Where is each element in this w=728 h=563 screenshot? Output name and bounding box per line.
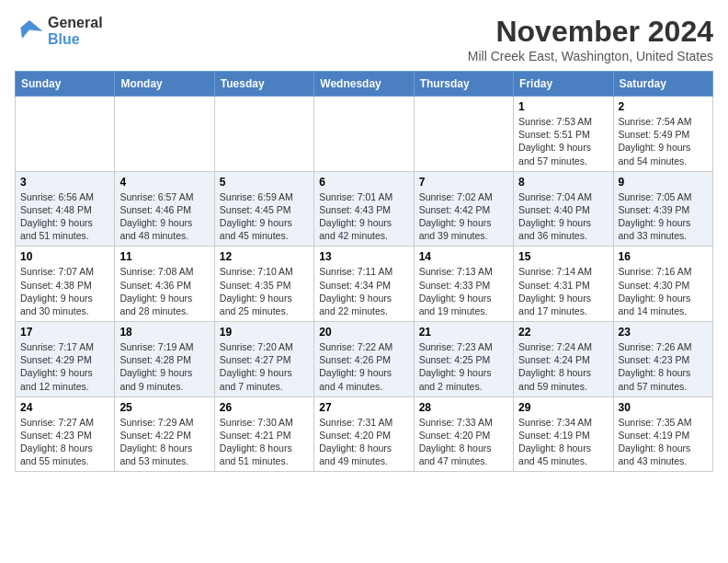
day-info: Sunrise: 7:02 AM Sunset: 4:42 PM Dayligh… <box>419 190 508 243</box>
calendar-week-row: 3Sunrise: 6:56 AM Sunset: 4:48 PM Daylig… <box>16 171 713 247</box>
day-info: Sunrise: 7:04 AM Sunset: 4:40 PM Dayligh… <box>518 190 608 243</box>
day-number: 23 <box>619 326 708 339</box>
calendar-cell: 28Sunrise: 7:33 AM Sunset: 4:20 PM Dayli… <box>414 396 513 472</box>
calendar-cell: 3Sunrise: 6:56 AM Sunset: 4:48 PM Daylig… <box>16 171 115 247</box>
day-number: 7 <box>419 176 508 189</box>
calendar-header-row: SundayMondayTuesdayWednesdayThursdayFrid… <box>16 72 713 97</box>
day-number: 5 <box>220 176 309 189</box>
calendar-cell: 13Sunrise: 7:11 AM Sunset: 4:34 PM Dayli… <box>314 247 414 322</box>
header: General Blue November 2024 Mill Creek Ea… <box>15 15 713 63</box>
day-info: Sunrise: 7:35 AM Sunset: 4:19 PM Dayligh… <box>619 416 708 468</box>
calendar-cell: 5Sunrise: 6:59 AM Sunset: 4:45 PM Daylig… <box>214 171 313 247</box>
day-number: 15 <box>518 250 608 263</box>
calendar-week-row: 1Sunrise: 7:53 AM Sunset: 5:51 PM Daylig… <box>16 97 713 172</box>
calendar-cell: 26Sunrise: 7:30 AM Sunset: 4:21 PM Dayli… <box>214 396 313 472</box>
day-number: 2 <box>619 100 708 113</box>
day-number: 4 <box>119 176 209 189</box>
day-info: Sunrise: 7:08 AM Sunset: 4:36 PM Dayligh… <box>119 265 209 317</box>
day-info: Sunrise: 7:19 AM Sunset: 4:28 PM Dayligh… <box>119 340 209 393</box>
day-info: Sunrise: 7:33 AM Sunset: 4:20 PM Dayligh… <box>419 416 508 468</box>
day-number: 20 <box>319 326 408 339</box>
day-info: Sunrise: 7:07 AM Sunset: 4:38 PM Dayligh… <box>20 265 109 317</box>
calendar-cell: 16Sunrise: 7:16 AM Sunset: 4:30 PM Dayli… <box>613 247 712 322</box>
day-info: Sunrise: 7:27 AM Sunset: 4:23 PM Dayligh… <box>20 416 109 468</box>
calendar-cell: 7Sunrise: 7:02 AM Sunset: 4:42 PM Daylig… <box>414 171 513 247</box>
weekday-header: Thursday <box>414 72 513 97</box>
day-number: 22 <box>518 326 608 339</box>
calendar-cell: 10Sunrise: 7:07 AM Sunset: 4:38 PM Dayli… <box>16 247 115 322</box>
day-info: Sunrise: 7:30 AM Sunset: 4:21 PM Dayligh… <box>220 416 309 468</box>
location-title: Mill Creek East, Washington, United Stat… <box>468 49 713 63</box>
day-number: 10 <box>20 250 109 263</box>
calendar-cell: 18Sunrise: 7:19 AM Sunset: 4:28 PM Dayli… <box>115 322 214 397</box>
day-number: 24 <box>20 401 109 414</box>
day-info: Sunrise: 7:10 AM Sunset: 4:35 PM Dayligh… <box>220 265 309 317</box>
day-info: Sunrise: 7:20 AM Sunset: 4:27 PM Dayligh… <box>220 340 309 393</box>
day-info: Sunrise: 7:16 AM Sunset: 4:30 PM Dayligh… <box>619 265 708 317</box>
weekday-header: Monday <box>115 72 214 97</box>
logo: General Blue <box>15 15 103 48</box>
day-info: Sunrise: 7:29 AM Sunset: 4:22 PM Dayligh… <box>119 416 209 468</box>
calendar-cell: 15Sunrise: 7:14 AM Sunset: 4:31 PM Dayli… <box>514 247 613 322</box>
month-title: November 2024 <box>468 15 713 49</box>
calendar-cell: 14Sunrise: 7:13 AM Sunset: 4:33 PM Dayli… <box>414 247 513 322</box>
day-number: 21 <box>419 326 508 339</box>
day-info: Sunrise: 7:34 AM Sunset: 4:19 PM Dayligh… <box>518 416 608 468</box>
day-info: Sunrise: 7:11 AM Sunset: 4:34 PM Dayligh… <box>319 265 408 317</box>
day-number: 8 <box>518 176 608 189</box>
calendar-cell: 19Sunrise: 7:20 AM Sunset: 4:27 PM Dayli… <box>214 322 313 397</box>
day-number: 16 <box>619 250 708 263</box>
day-info: Sunrise: 7:23 AM Sunset: 4:25 PM Dayligh… <box>419 340 508 393</box>
calendar-cell: 23Sunrise: 7:26 AM Sunset: 4:23 PM Dayli… <box>613 322 712 397</box>
logo-icon <box>15 17 44 46</box>
day-info: Sunrise: 7:31 AM Sunset: 4:20 PM Dayligh… <box>319 416 408 468</box>
calendar-cell: 17Sunrise: 7:17 AM Sunset: 4:29 PM Dayli… <box>16 322 115 397</box>
calendar-cell <box>414 97 513 172</box>
title-area: November 2024 Mill Creek East, Washingto… <box>468 15 713 63</box>
calendar-cell <box>214 97 313 172</box>
day-info: Sunrise: 7:01 AM Sunset: 4:43 PM Dayligh… <box>319 190 408 243</box>
calendar-cell: 24Sunrise: 7:27 AM Sunset: 4:23 PM Dayli… <box>16 396 115 472</box>
day-number: 25 <box>119 401 209 414</box>
weekday-header: Wednesday <box>314 72 414 97</box>
day-number: 3 <box>20 176 109 189</box>
calendar-cell: 21Sunrise: 7:23 AM Sunset: 4:25 PM Dayli… <box>414 322 513 397</box>
calendar-cell: 27Sunrise: 7:31 AM Sunset: 4:20 PM Dayli… <box>314 396 414 472</box>
weekday-header: Friday <box>514 72 613 97</box>
calendar-cell: 12Sunrise: 7:10 AM Sunset: 4:35 PM Dayli… <box>214 247 313 322</box>
calendar-cell: 29Sunrise: 7:34 AM Sunset: 4:19 PM Dayli… <box>514 396 613 472</box>
day-info: Sunrise: 7:05 AM Sunset: 4:39 PM Dayligh… <box>619 190 708 243</box>
calendar-cell: 4Sunrise: 6:57 AM Sunset: 4:46 PM Daylig… <box>115 171 214 247</box>
day-number: 14 <box>419 250 508 263</box>
day-info: Sunrise: 7:53 AM Sunset: 5:51 PM Dayligh… <box>518 115 608 167</box>
day-info: Sunrise: 6:59 AM Sunset: 4:45 PM Dayligh… <box>220 190 309 243</box>
day-number: 11 <box>119 250 209 263</box>
calendar-cell <box>16 97 115 172</box>
day-number: 6 <box>319 176 408 189</box>
day-info: Sunrise: 7:26 AM Sunset: 4:23 PM Dayligh… <box>619 340 708 393</box>
calendar-cell: 11Sunrise: 7:08 AM Sunset: 4:36 PM Dayli… <box>115 247 214 322</box>
calendar-cell: 9Sunrise: 7:05 AM Sunset: 4:39 PM Daylig… <box>613 171 712 247</box>
calendar-week-row: 10Sunrise: 7:07 AM Sunset: 4:38 PM Dayli… <box>16 247 713 322</box>
day-info: Sunrise: 7:24 AM Sunset: 4:24 PM Dayligh… <box>518 340 608 393</box>
weekday-header: Saturday <box>613 72 712 97</box>
calendar-cell: 8Sunrise: 7:04 AM Sunset: 4:40 PM Daylig… <box>514 171 613 247</box>
calendar-cell <box>314 97 414 172</box>
calendar-cell: 25Sunrise: 7:29 AM Sunset: 4:22 PM Dayli… <box>115 396 214 472</box>
calendar-cell: 6Sunrise: 7:01 AM Sunset: 4:43 PM Daylig… <box>314 171 414 247</box>
day-number: 26 <box>220 401 309 414</box>
calendar-cell <box>115 97 214 172</box>
day-number: 28 <box>419 401 508 414</box>
day-info: Sunrise: 7:54 AM Sunset: 5:49 PM Dayligh… <box>619 115 708 167</box>
calendar-week-row: 24Sunrise: 7:27 AM Sunset: 4:23 PM Dayli… <box>16 396 713 472</box>
calendar-week-row: 17Sunrise: 7:17 AM Sunset: 4:29 PM Dayli… <box>16 322 713 397</box>
logo-text: General Blue <box>48 15 103 48</box>
weekday-header: Sunday <box>16 72 115 97</box>
day-number: 1 <box>518 100 608 113</box>
day-number: 19 <box>220 326 309 339</box>
day-info: Sunrise: 6:56 AM Sunset: 4:48 PM Dayligh… <box>20 190 109 243</box>
day-number: 12 <box>220 250 309 263</box>
day-info: Sunrise: 6:57 AM Sunset: 4:46 PM Dayligh… <box>119 190 209 243</box>
calendar-cell: 22Sunrise: 7:24 AM Sunset: 4:24 PM Dayli… <box>514 322 613 397</box>
svg-marker-0 <box>20 20 42 39</box>
